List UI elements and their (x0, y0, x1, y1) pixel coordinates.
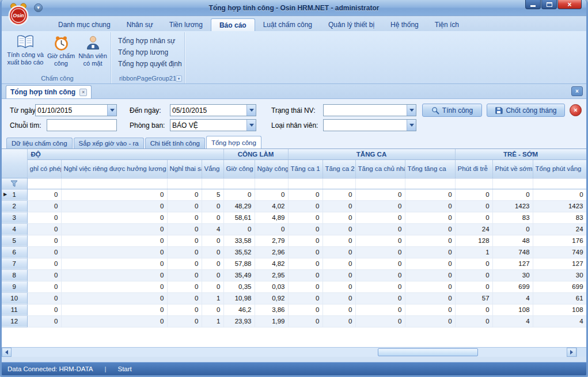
grid-cell[interactable]: 0 (167, 258, 202, 269)
grid-cell[interactable]: 0 (323, 315, 355, 327)
row-indicator[interactable]: 7 (2, 258, 27, 269)
menu-tong-hop-luong[interactable]: Tổng hợp lương (115, 47, 181, 58)
grid-row[interactable]: 7000057,884,8200000127127 (2, 258, 586, 269)
grid-cell[interactable]: 0 (323, 223, 355, 235)
grid-cell[interactable]: 0 (355, 292, 405, 304)
filter-cell[interactable] (61, 178, 167, 189)
filter-cell[interactable] (223, 178, 255, 189)
grid-cell[interactable]: 0 (323, 281, 355, 292)
grid-cell[interactable]: 0 (202, 304, 223, 315)
grid-cell[interactable]: 33,58 (223, 235, 255, 246)
grid-cell[interactable]: 4 (492, 292, 533, 304)
column-header[interactable]: Tổng tăng ca (405, 159, 455, 178)
grid-tab-dữ-liệu-chấm-công[interactable]: Dữ liệu chấm công (6, 138, 73, 148)
chuoi-tim-box[interactable] (47, 119, 117, 131)
row-indicator[interactable]: 3 (2, 212, 27, 223)
grid-cell[interactable]: 748 (492, 246, 533, 258)
grid-cell[interactable]: 4,82 (255, 258, 288, 269)
grid-row[interactable]: 2000048,294,020000014231423 (2, 200, 586, 212)
grid-cell[interactable]: 0 (455, 200, 492, 212)
grid-cell[interactable]: 0 (167, 200, 202, 212)
loai-nhan-vien-input[interactable] (324, 120, 407, 131)
grid-cell[interactable]: 4 (202, 223, 223, 235)
grid-cell[interactable]: 0 (61, 246, 167, 258)
column-header[interactable]: Nghỉ thai sản (167, 159, 202, 178)
grid-tab-tổng-hợp-công[interactable]: Tổng hợp công (206, 136, 261, 148)
cancel-red-button[interactable]: × (570, 104, 582, 116)
row-indicator[interactable]: 2 (2, 200, 27, 212)
grid-cell[interactable]: 0 (455, 269, 492, 281)
grid-cell[interactable]: 57 (455, 292, 492, 304)
row-indicator[interactable]: 5 (2, 235, 27, 246)
grid-row[interactable]: 4000400000024024 (2, 223, 586, 235)
grid-cell[interactable]: 0 (27, 200, 61, 212)
grid-cell[interactable]: 0 (533, 189, 586, 200)
filter-cell[interactable] (27, 178, 61, 189)
filter-cell[interactable] (455, 178, 492, 189)
gio-cham-cong-button[interactable]: Giờ chấm công (45, 33, 77, 72)
grid-cell[interactable]: 0 (202, 212, 223, 223)
grid-cell[interactable]: 0 (355, 281, 405, 292)
grid-cell[interactable]: 0 (223, 223, 255, 235)
grid-cell[interactable]: 0 (61, 200, 167, 212)
grid-cell[interactable]: 83 (533, 212, 586, 223)
filter-cell[interactable] (255, 178, 288, 189)
grid-cell[interactable]: 0 (455, 212, 492, 223)
grid-cell[interactable]: 0 (323, 246, 355, 258)
grid-cell[interactable]: 4 (492, 315, 533, 327)
grid-cell[interactable]: 0 (355, 235, 405, 246)
grid-cell[interactable]: 5 (202, 189, 223, 200)
grid-cell[interactable]: 83 (492, 212, 533, 223)
filter-cell[interactable] (202, 178, 223, 189)
row-indicator[interactable]: 8 (2, 269, 27, 281)
grid-cell[interactable]: 1423 (492, 200, 533, 212)
grid-cell[interactable]: 0 (288, 269, 323, 281)
grid-cell[interactable]: 0 (255, 189, 288, 200)
column-header[interactable]: Phút đi trễ (455, 159, 492, 178)
grid-cell[interactable]: 0 (61, 269, 167, 281)
grid-cell[interactable]: 61 (533, 292, 586, 304)
grid-cell[interactable]: 0 (202, 281, 223, 292)
filter-cell[interactable] (167, 178, 202, 189)
grid-cell[interactable]: 108 (533, 304, 586, 315)
grid-cell[interactable]: 4,89 (255, 212, 288, 223)
grid-cell[interactable]: 0 (27, 212, 61, 223)
grid-cell[interactable]: 2,95 (255, 269, 288, 281)
scrollbar-thumb[interactable] (378, 348, 478, 356)
column-header[interactable]: Vắng (202, 159, 223, 178)
grid-cell[interactable]: 0 (223, 189, 255, 200)
grid-cell[interactable]: 1 (455, 246, 492, 258)
ribbon-tab-tiền-lương[interactable]: Tiền lương (161, 18, 211, 31)
grid-cell[interactable]: 0 (288, 212, 323, 223)
grid-cell[interactable]: 23,93 (223, 315, 255, 327)
phong-ban-input[interactable] (170, 120, 246, 131)
grid-cell[interactable]: 0 (27, 315, 61, 327)
ribbon-tab-tiện-ích[interactable]: Tiện ích (427, 18, 467, 31)
filter-cell[interactable] (288, 178, 323, 189)
grid-cell[interactable]: 0 (323, 212, 355, 223)
grid-cell[interactable]: 0 (61, 223, 167, 235)
grid-cell[interactable]: 0 (355, 258, 405, 269)
row-indicator[interactable]: 12 (2, 315, 27, 327)
grid-cell[interactable]: 0,35 (223, 281, 255, 292)
grid-cell[interactable]: 1423 (533, 200, 586, 212)
column-header[interactable]: Giờ công (223, 159, 255, 178)
column-header[interactable]: Ngày công (255, 159, 288, 178)
column-header[interactable]: Tổng phút vắng (533, 159, 586, 178)
grid-cell[interactable]: 0 (355, 315, 405, 327)
grid-cell[interactable]: 0 (167, 189, 202, 200)
grid-cell[interactable]: 0 (405, 223, 455, 235)
grid-cell[interactable]: 2,79 (255, 235, 288, 246)
grid-cell[interactable]: 0 (202, 246, 223, 258)
grid-cell[interactable]: 48,29 (223, 200, 255, 212)
grid-cell[interactable]: 0 (27, 258, 61, 269)
row-indicator[interactable]: 9 (2, 281, 27, 292)
grid-cell[interactable]: 0 (61, 292, 167, 304)
grid-cell[interactable]: 0 (61, 189, 167, 200)
grid-cell[interactable]: 0 (27, 235, 61, 246)
grid-cell[interactable]: 0 (27, 281, 61, 292)
grid-cell[interactable]: 30 (492, 269, 533, 281)
grid-cell[interactable]: 57,88 (223, 258, 255, 269)
column-header[interactable]: Tăng ca chủ nhật (355, 159, 405, 178)
grid-row[interactable]: ▶10005000000000 (2, 189, 586, 200)
